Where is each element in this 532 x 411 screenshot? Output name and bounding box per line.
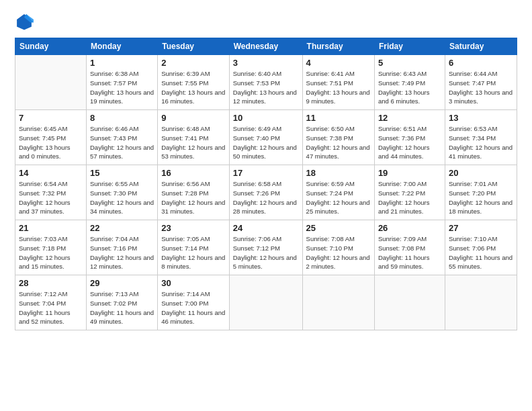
day-number: 1 xyxy=(90,58,154,68)
calendar-header-saturday: Saturday xyxy=(445,38,517,55)
day-number: 10 xyxy=(233,113,299,123)
day-info: Sunrise: 6:51 AMSunset: 7:36 PMDaylight:… xyxy=(378,124,441,161)
calendar-cell xyxy=(302,275,374,330)
calendar-cell: 23Sunrise: 7:05 AMSunset: 7:14 PMDayligh… xyxy=(158,220,230,275)
day-number: 19 xyxy=(378,168,441,178)
day-info: Sunrise: 7:13 AMSunset: 7:02 PMDaylight:… xyxy=(90,289,154,326)
calendar-header-thursday: Thursday xyxy=(302,38,374,55)
day-info: Sunrise: 7:14 AMSunset: 7:00 PMDaylight:… xyxy=(161,289,226,326)
day-info: Sunrise: 6:45 AMSunset: 7:45 PMDaylight:… xyxy=(19,124,83,161)
calendar-header-friday: Friday xyxy=(374,38,445,55)
day-number: 8 xyxy=(90,113,154,123)
calendar-cell: 8Sunrise: 6:46 AMSunset: 7:43 PMDaylight… xyxy=(86,110,157,165)
day-number: 29 xyxy=(90,278,154,288)
logo xyxy=(15,12,38,31)
day-info: Sunrise: 6:49 AMSunset: 7:40 PMDaylight:… xyxy=(233,124,299,161)
calendar-header-tuesday: Tuesday xyxy=(158,38,230,55)
calendar-cell: 21Sunrise: 7:03 AMSunset: 7:18 PMDayligh… xyxy=(15,220,87,275)
day-number: 12 xyxy=(378,113,441,123)
day-info: Sunrise: 6:53 AMSunset: 7:34 PMDaylight:… xyxy=(449,124,513,161)
calendar-cell: 12Sunrise: 6:51 AMSunset: 7:36 PMDayligh… xyxy=(374,110,445,165)
day-info: Sunrise: 6:54 AMSunset: 7:32 PMDaylight:… xyxy=(19,179,83,216)
calendar-cell: 2Sunrise: 6:39 AMSunset: 7:55 PMDaylight… xyxy=(158,55,230,110)
calendar-cell xyxy=(15,55,87,110)
day-info: Sunrise: 6:41 AMSunset: 7:51 PMDaylight:… xyxy=(306,69,371,106)
calendar-cell: 4Sunrise: 6:41 AMSunset: 7:51 PMDaylight… xyxy=(302,55,374,110)
day-number: 30 xyxy=(161,278,226,288)
day-number: 16 xyxy=(161,168,226,178)
day-info: Sunrise: 6:38 AMSunset: 7:57 PMDaylight:… xyxy=(90,69,154,106)
calendar-table: SundayMondayTuesdayWednesdayThursdayFrid… xyxy=(15,38,517,330)
day-info: Sunrise: 6:50 AMSunset: 7:38 PMDaylight:… xyxy=(306,124,371,161)
day-info: Sunrise: 6:39 AMSunset: 7:55 PMDaylight:… xyxy=(161,69,226,106)
calendar-week-3: 14Sunrise: 6:54 AMSunset: 7:32 PMDayligh… xyxy=(15,165,517,220)
day-info: Sunrise: 6:48 AMSunset: 7:41 PMDaylight:… xyxy=(161,124,226,161)
header xyxy=(15,12,517,31)
day-number: 14 xyxy=(19,168,83,178)
day-info: Sunrise: 6:55 AMSunset: 7:30 PMDaylight:… xyxy=(90,179,154,216)
day-info: Sunrise: 7:08 AMSunset: 7:10 PMDaylight:… xyxy=(306,234,371,271)
day-info: Sunrise: 7:10 AMSunset: 7:06 PMDaylight:… xyxy=(449,234,513,271)
day-info: Sunrise: 7:03 AMSunset: 7:18 PMDaylight:… xyxy=(19,234,83,271)
calendar-cell: 6Sunrise: 6:44 AMSunset: 7:47 PMDaylight… xyxy=(445,55,517,110)
day-number: 18 xyxy=(306,168,371,178)
day-info: Sunrise: 6:59 AMSunset: 7:24 PMDaylight:… xyxy=(306,179,371,216)
calendar-cell: 17Sunrise: 6:58 AMSunset: 7:26 PMDayligh… xyxy=(229,165,302,220)
day-number: 21 xyxy=(19,223,83,233)
calendar-cell: 11Sunrise: 6:50 AMSunset: 7:38 PMDayligh… xyxy=(302,110,374,165)
day-info: Sunrise: 7:00 AMSunset: 7:22 PMDaylight:… xyxy=(378,179,441,216)
calendar-cell: 20Sunrise: 7:01 AMSunset: 7:20 PMDayligh… xyxy=(445,165,517,220)
day-number: 9 xyxy=(161,113,226,123)
day-number: 2 xyxy=(161,58,226,68)
day-number: 11 xyxy=(306,113,371,123)
calendar-cell: 19Sunrise: 7:00 AMSunset: 7:22 PMDayligh… xyxy=(374,165,445,220)
calendar-cell: 30Sunrise: 7:14 AMSunset: 7:00 PMDayligh… xyxy=(158,275,230,330)
day-number: 20 xyxy=(449,168,513,178)
day-info: Sunrise: 6:43 AMSunset: 7:49 PMDaylight:… xyxy=(378,69,441,106)
day-info: Sunrise: 6:46 AMSunset: 7:43 PMDaylight:… xyxy=(90,124,154,161)
calendar-cell: 5Sunrise: 6:43 AMSunset: 7:49 PMDaylight… xyxy=(374,55,445,110)
day-number: 3 xyxy=(233,58,299,68)
calendar-cell: 9Sunrise: 6:48 AMSunset: 7:41 PMDaylight… xyxy=(158,110,230,165)
calendar-cell: 26Sunrise: 7:09 AMSunset: 7:08 PMDayligh… xyxy=(374,220,445,275)
calendar-cell: 14Sunrise: 6:54 AMSunset: 7:32 PMDayligh… xyxy=(15,165,87,220)
day-number: 7 xyxy=(19,113,83,123)
calendar-week-1: 1Sunrise: 6:38 AMSunset: 7:57 PMDaylight… xyxy=(15,55,517,110)
calendar-header-wednesday: Wednesday xyxy=(229,38,302,55)
day-number: 4 xyxy=(306,58,371,68)
calendar-cell: 10Sunrise: 6:49 AMSunset: 7:40 PMDayligh… xyxy=(229,110,302,165)
day-number: 17 xyxy=(233,168,299,178)
day-number: 25 xyxy=(306,223,371,233)
day-info: Sunrise: 6:44 AMSunset: 7:47 PMDaylight:… xyxy=(449,69,513,106)
calendar-cell: 25Sunrise: 7:08 AMSunset: 7:10 PMDayligh… xyxy=(302,220,374,275)
day-info: Sunrise: 7:04 AMSunset: 7:16 PMDaylight:… xyxy=(90,234,154,271)
day-number: 28 xyxy=(19,278,83,288)
day-number: 27 xyxy=(449,223,513,233)
calendar-header-sunday: Sunday xyxy=(15,38,87,55)
calendar-cell: 29Sunrise: 7:13 AMSunset: 7:02 PMDayligh… xyxy=(86,275,157,330)
calendar-cell: 3Sunrise: 6:40 AMSunset: 7:53 PMDaylight… xyxy=(229,55,302,110)
logo-icon xyxy=(15,12,34,31)
calendar-cell: 1Sunrise: 6:38 AMSunset: 7:57 PMDaylight… xyxy=(86,55,157,110)
day-number: 23 xyxy=(161,223,226,233)
calendar-cell: 28Sunrise: 7:12 AMSunset: 7:04 PMDayligh… xyxy=(15,275,87,330)
calendar-cell: 13Sunrise: 6:53 AMSunset: 7:34 PMDayligh… xyxy=(445,110,517,165)
calendar-cell: 15Sunrise: 6:55 AMSunset: 7:30 PMDayligh… xyxy=(86,165,157,220)
calendar-week-4: 21Sunrise: 7:03 AMSunset: 7:18 PMDayligh… xyxy=(15,220,517,275)
calendar-cell: 24Sunrise: 7:06 AMSunset: 7:12 PMDayligh… xyxy=(229,220,302,275)
day-info: Sunrise: 6:40 AMSunset: 7:53 PMDaylight:… xyxy=(233,69,299,106)
day-info: Sunrise: 7:09 AMSunset: 7:08 PMDaylight:… xyxy=(378,234,441,271)
calendar-cell xyxy=(374,275,445,330)
calendar-cell: 27Sunrise: 7:10 AMSunset: 7:06 PMDayligh… xyxy=(445,220,517,275)
day-info: Sunrise: 7:12 AMSunset: 7:04 PMDaylight:… xyxy=(19,289,83,326)
day-info: Sunrise: 7:06 AMSunset: 7:12 PMDaylight:… xyxy=(233,234,299,271)
day-info: Sunrise: 7:01 AMSunset: 7:20 PMDaylight:… xyxy=(449,179,513,216)
day-number: 24 xyxy=(233,223,299,233)
day-number: 15 xyxy=(90,168,154,178)
calendar-cell: 7Sunrise: 6:45 AMSunset: 7:45 PMDaylight… xyxy=(15,110,87,165)
calendar-header-monday: Monday xyxy=(86,38,157,55)
day-info: Sunrise: 7:05 AMSunset: 7:14 PMDaylight:… xyxy=(161,234,226,271)
calendar-week-2: 7Sunrise: 6:45 AMSunset: 7:45 PMDaylight… xyxy=(15,110,517,165)
calendar-header-row: SundayMondayTuesdayWednesdayThursdayFrid… xyxy=(15,38,517,55)
calendar-cell xyxy=(229,275,302,330)
